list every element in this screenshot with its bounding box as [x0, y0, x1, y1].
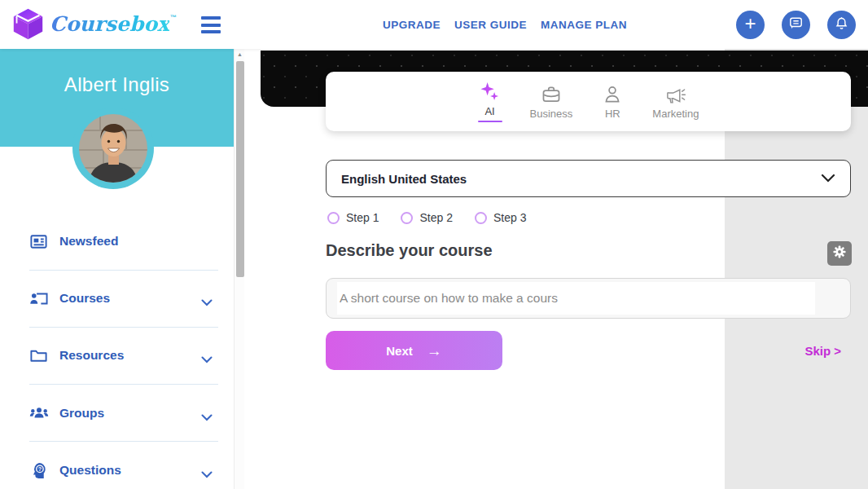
next-button-label: Next	[386, 344, 413, 358]
sidebar-divider	[29, 441, 218, 442]
tab-label: AI	[484, 105, 494, 117]
sidebar-divider	[29, 327, 218, 328]
tab-hr[interactable]: HR	[600, 83, 625, 120]
tab-label: Business	[530, 108, 573, 120]
courses-icon	[29, 289, 49, 308]
chevron-down-icon	[201, 410, 213, 425]
active-tab-underline	[478, 121, 502, 123]
plus-icon: +	[744, 14, 756, 33]
sidebar-item-label: Courses	[59, 291, 110, 306]
sidebar: Albert Inglis	[0, 49, 234, 489]
sidebar-item-questions[interactable]: ? Questions	[0, 454, 234, 487]
header-actions: +	[736, 11, 856, 39]
gear-icon	[832, 244, 847, 262]
user-guide-link[interactable]: USER GUIDE	[454, 19, 527, 31]
category-tabs-card: AI Business HR	[326, 72, 851, 131]
sidebar-item-label: Groups	[59, 406, 104, 421]
chat-icon	[788, 15, 804, 34]
questions-icon: ?	[29, 460, 49, 480]
avatar[interactable]	[79, 114, 147, 183]
step-label: Step 3	[493, 211, 526, 224]
bell-icon	[834, 15, 849, 34]
header-nav: UPGRADE USER GUIDE MANAGE PLAN	[383, 0, 627, 49]
briefcase-icon	[541, 83, 562, 106]
sidebar-item-label: Resources	[59, 348, 124, 363]
sidebar-item-label: Newsfeed	[59, 234, 118, 249]
sidebar-divider	[29, 270, 218, 271]
chevron-down-icon	[201, 295, 213, 310]
scroll-up-arrow-icon[interactable]: ▲	[235, 51, 245, 57]
course-description-field-wrap	[326, 278, 851, 319]
language-select[interactable]: English United States	[326, 160, 851, 197]
chevron-down-icon	[201, 467, 213, 482]
radio-icon[interactable]	[475, 212, 487, 224]
menu-toggle-button[interactable]	[201, 16, 221, 33]
sidebar-item-courses[interactable]: Courses	[0, 282, 234, 315]
step-3-option[interactable]: Step 3	[475, 211, 526, 224]
tab-label: HR	[605, 108, 620, 120]
newsfeed-icon	[29, 231, 49, 251]
tab-marketing[interactable]: Marketing	[652, 83, 699, 120]
step-label: Step 1	[346, 211, 379, 224]
brand-trademark: ™	[170, 14, 177, 21]
top-header: Coursebox ™ UPGRADE USER GUIDE MANAGE PL…	[0, 0, 868, 49]
create-new-button[interactable]: +	[736, 11, 765, 39]
radio-icon[interactable]	[327, 212, 340, 224]
sidebar-item-resources[interactable]: Resources	[0, 339, 234, 372]
scrollbar-thumb[interactable]	[236, 61, 244, 277]
settings-button[interactable]	[827, 241, 852, 266]
coursebox-cube-icon	[11, 7, 45, 44]
svg-text:?: ?	[38, 466, 42, 473]
step-selector: Step 1 Step 2 Step 3	[327, 211, 526, 224]
sidebar-item-newsfeed[interactable]: Newsfeed	[0, 225, 234, 258]
resources-icon	[29, 346, 49, 365]
megaphone-icon	[664, 83, 686, 106]
step-2-option[interactable]: Step 2	[401, 211, 452, 224]
sidebar-divider	[29, 384, 218, 385]
radio-icon[interactable]	[401, 212, 413, 224]
app-root: Coursebox ™ UPGRADE USER GUIDE MANAGE PL…	[0, 0, 868, 489]
sidebar-item-label: Questions	[59, 463, 121, 478]
sidebar-scrollbar[interactable]: ▲	[234, 49, 244, 489]
manage-plan-link[interactable]: MANAGE PLAN	[541, 19, 627, 31]
skip-link[interactable]: Skip >	[804, 344, 841, 358]
messages-button[interactable]	[782, 11, 810, 39]
brand-name: Coursebox	[50, 7, 169, 42]
page-title: Describe your course	[326, 241, 493, 260]
arrow-right-icon: →	[427, 343, 442, 359]
sidebar-item-groups[interactable]: Groups	[0, 397, 234, 430]
sparkles-icon	[479, 81, 501, 104]
user-name: Albert Inglis	[0, 73, 234, 96]
person-icon	[602, 83, 623, 106]
step-label: Step 2	[419, 211, 452, 224]
tab-label: Marketing	[652, 108, 699, 120]
upgrade-link[interactable]: UPGRADE	[383, 19, 441, 31]
chevron-down-icon	[201, 352, 213, 367]
chevron-down-icon	[821, 171, 835, 186]
language-select-value: English United States	[341, 172, 467, 186]
course-description-input[interactable]	[327, 279, 850, 318]
notifications-button[interactable]	[827, 11, 856, 39]
tab-ai[interactable]: AI	[478, 81, 502, 123]
next-button[interactable]: Next →	[326, 331, 502, 370]
groups-icon	[29, 403, 49, 423]
coursebox-logo[interactable]: Coursebox ™	[11, 7, 177, 44]
step-1-option[interactable]: Step 1	[327, 211, 379, 224]
tab-business[interactable]: Business	[530, 83, 573, 120]
